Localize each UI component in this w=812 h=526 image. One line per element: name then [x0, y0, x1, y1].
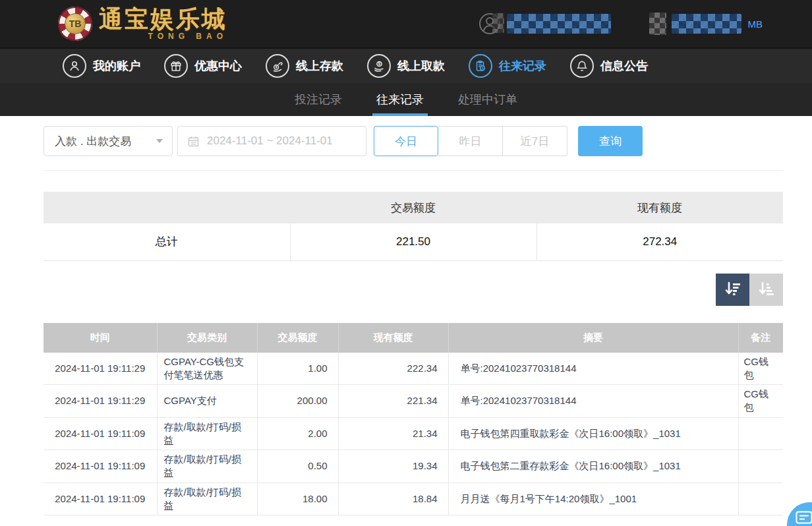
nav-item-transaction-records[interactable]: 往来记录 — [469, 54, 546, 78]
record-tabs: 投注记录 往来记录 处理中订单 — [0, 83, 812, 116]
sort-descending-button[interactable] — [716, 274, 749, 306]
nav-item-my-account[interactable]: 我的账户 — [63, 54, 140, 78]
cell-note — [738, 482, 783, 515]
cell-note — [738, 417, 783, 450]
cell-time: 2024-11-01 19:11:09 — [44, 450, 157, 483]
sort-controls — [44, 274, 783, 306]
tab-transaction-records[interactable]: 往来记录 — [375, 83, 425, 116]
main-content: 入款 . 出款交易 2024-11-01 ~ 2024-11-01 今日 昨日 — [44, 126, 783, 515]
main-navigation: 我的账户 优惠中心 ¥ 线上存款 $ — [0, 47, 812, 83]
col-header-time: 时间 — [44, 323, 157, 353]
top-header: TB 通宝娱乐城 TONG BAO MB — [0, 0, 812, 47]
svg-text:$: $ — [378, 61, 381, 67]
summary-header-balance: 现有额度 — [536, 192, 783, 223]
cell-summary: 月月送《每月1号下午14:20领取》_1001 — [448, 482, 738, 515]
balance-redacted — [672, 14, 741, 34]
balance-group[interactable]: MB — [649, 13, 763, 35]
col-header-balance: 现有额度 — [338, 323, 448, 353]
records-clipboard-icon — [469, 54, 492, 78]
sort-ascending-button[interactable] — [749, 274, 783, 306]
cell-type: 存款/取款/打码/损益 — [157, 450, 257, 483]
cell-amount: 0.50 — [257, 450, 338, 483]
cell-amount: 200.00 — [257, 385, 338, 418]
summary-header-transaction: 交易额度 — [290, 192, 536, 223]
nav-label: 优惠中心 — [194, 58, 242, 74]
table-row: 2024-11-01 19:11:29 CGPAY-CG钱包支付笔笔送优惠 1.… — [44, 353, 783, 385]
tab-label: 处理中订单 — [458, 92, 517, 107]
gift-icon — [164, 54, 188, 78]
nav-item-withdraw[interactable]: $ 线上取款 — [367, 54, 445, 78]
deposit-hand-coin-icon: ¥ — [266, 54, 289, 78]
cell-balance: 19.34 — [338, 450, 448, 483]
balance-icon-redacted — [649, 13, 666, 35]
withdraw-hand-coin-icon: $ — [367, 54, 391, 78]
cell-balance: 221.34 — [338, 385, 448, 418]
cell-amount: 18.00 — [257, 482, 338, 515]
username-redacted — [507, 14, 611, 34]
transaction-type-select[interactable]: 入款 . 出款交易 — [44, 126, 173, 156]
cell-balance: 222.34 — [338, 353, 448, 385]
brand-name: 通宝娱乐城 — [99, 7, 227, 32]
nav-label: 信息公告 — [600, 58, 648, 74]
tab-betting-records[interactable]: 投注记录 — [293, 83, 343, 116]
tab-label: 投注记录 — [295, 92, 342, 107]
cell-type: 存款/取款/打码/损益 — [157, 417, 257, 450]
cell-type: CGPAY支付 — [157, 385, 257, 418]
nav-item-announcements[interactable]: 信息公告 — [570, 54, 648, 78]
summary-total-balance: 272.34 — [536, 223, 783, 260]
nav-label: 我的账户 — [93, 58, 140, 74]
cell-summary: 电子钱包第四重取款彩金《次日16:00领取》_1031 — [448, 417, 738, 450]
customer-service-button[interactable] — [787, 502, 812, 526]
table-row: 2024-11-01 19:11:09 存款/取款/打码/损益 0.50 19.… — [44, 450, 783, 483]
sort-ascending-icon — [757, 280, 776, 299]
user-icon — [63, 54, 86, 78]
nav-label: 往来记录 — [499, 58, 546, 74]
tab-pending-orders[interactable]: 处理中订单 — [457, 83, 519, 116]
cell-summary: 单号:20241023770318144 — [448, 385, 738, 418]
summary-table: 交易额度 现有额度 总计 221.50 272.34 — [44, 192, 783, 261]
cell-balance: 18.84 — [338, 482, 448, 515]
summary-total-label: 总计 — [44, 223, 290, 260]
filter-row: 入款 . 出款交易 2024-11-01 ~ 2024-11-01 今日 昨日 — [44, 126, 783, 156]
col-header-amount: 交易额度 — [257, 323, 338, 353]
date-range-input[interactable]: 2024-11-01 ~ 2024-11-01 — [177, 126, 366, 156]
cell-note — [738, 450, 783, 483]
quick-btn-last7days[interactable]: 近7日 — [503, 126, 567, 156]
table-row: 2024-11-01 19:11:09 存款/取款/打码/损益 2.00 21.… — [44, 417, 783, 450]
quick-date-group: 今日 昨日 近7日 — [374, 126, 567, 156]
quick-btn-yesterday[interactable]: 昨日 — [438, 126, 503, 156]
nav-item-promotions[interactable]: 优惠中心 — [164, 54, 242, 78]
summary-header-blank — [44, 192, 290, 223]
cell-note: CG钱包 — [738, 353, 783, 385]
section-divider — [44, 170, 783, 171]
svg-text:¥: ¥ — [275, 65, 277, 69]
balance-unit: MB — [748, 18, 763, 30]
calendar-icon — [187, 135, 200, 148]
avatar-icon — [478, 12, 502, 36]
table-header-row: 时间 交易类别 交易额度 现有额度 摘要 备注 — [44, 323, 783, 353]
avatar-blur-overlay — [492, 13, 504, 33]
query-button[interactable]: 查询 — [578, 126, 643, 156]
brand-logo[interactable]: TB 通宝娱乐城 TONG BAO — [58, 7, 227, 41]
summary-total-transaction: 221.50 — [290, 223, 536, 260]
chevron-down-icon — [156, 139, 163, 143]
date-range-value: 2024-11-01 ~ 2024-11-01 — [207, 134, 333, 148]
cell-type: 存款/取款/打码/损益 — [157, 482, 257, 515]
nav-item-deposit[interactable]: ¥ 线上存款 — [266, 54, 343, 78]
bell-icon — [570, 54, 594, 78]
brand-latin: TONG BAO — [148, 32, 227, 41]
tab-label: 往来记录 — [376, 92, 424, 107]
quick-btn-today[interactable]: 今日 — [374, 126, 438, 156]
select-value: 入款 . 出款交易 — [55, 134, 131, 149]
username-group[interactable] — [478, 12, 611, 36]
summary-header-row: 交易额度 现有额度 — [44, 192, 783, 223]
summary-total-row: 总计 221.50 272.34 — [44, 223, 783, 260]
cell-type: CGPAY-CG钱包支付笔笔送优惠 — [157, 353, 257, 385]
table-row: 2024-11-01 19:11:09 存款/取款/打码/损益 18.00 18… — [44, 482, 783, 515]
user-area: MB — [478, 12, 763, 36]
cell-time: 2024-11-01 19:11:29 — [44, 385, 157, 418]
cell-time: 2024-11-01 19:11:09 — [44, 482, 157, 515]
cell-summary: 电子钱包第二重存款彩金《次日16:00领取》_1031 — [448, 450, 738, 483]
cell-amount: 2.00 — [257, 417, 338, 450]
col-header-note: 备注 — [738, 323, 783, 353]
